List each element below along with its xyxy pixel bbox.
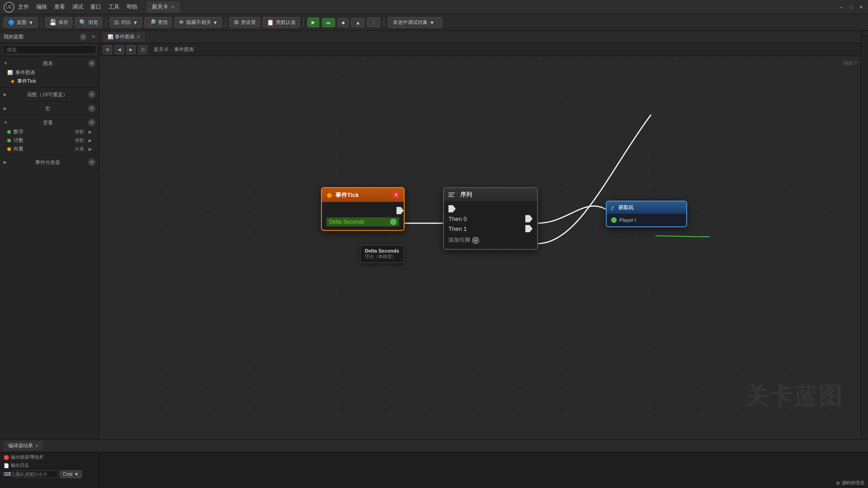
chevron-right-icon5: ▶ [89,147,92,151]
bottom-sidebar: 🔴 输出错误/警告栏 📄 输出日志 ⌨ Cmd ▼ [0,452,99,488]
sidebar-add-button[interactable]: + [80,33,87,41]
sidebar-search-input[interactable] [3,45,96,54]
green-dot-icon2 [7,139,11,142]
sidebar-variables-header[interactable]: ▼ 变量 + [0,117,99,127]
tick-close-button[interactable]: ✕ [393,192,399,198]
seq-exec-in-pin[interactable] [448,205,456,212]
player-label: Player I [619,217,636,223]
add-macro-button[interactable]: + [88,105,95,112]
console-input[interactable] [13,470,58,478]
back-button[interactable]: ◀ [115,45,124,54]
blueprint-menu-button[interactable]: 🔷 蓝图 ▼ [4,17,38,28]
sidebar-close-button[interactable]: ✕ [91,34,95,40]
defaults-button[interactable]: 📋 类默认值 [263,17,300,28]
delta-seconds-pin[interactable] [390,219,396,225]
sidebar-item-vector[interactable]: 向量 向量 ▶ [0,145,99,153]
content-tabbar: 📊 事件图表 ✕ [99,31,861,43]
sidebar-macros-header[interactable]: ▶ 宏 + [0,103,99,113]
variables-label: 变量 [43,119,53,126]
sidebar-section-functions: ▶ 函数（19可覆盖） + [0,88,99,102]
menu-help[interactable]: 帮助 [127,3,137,11]
settings-button[interactable]: ⚙ 类设置 [230,17,260,28]
forward-button[interactable]: ▶ [127,45,136,54]
sidebar-item-event-graph[interactable]: 📊 事件图表 [0,68,99,77]
compare-button[interactable]: ⚖ 对比 ▼ [110,17,142,28]
sequence-title: 序列 [460,191,472,199]
hide-dropdown-icon: ▼ [213,20,218,25]
tick-exec-out-pin[interactable] [396,207,404,214]
chevron-right-icon2: ▶ [4,106,7,111]
add-graph-button[interactable]: + [88,60,95,67]
menu-debug[interactable]: 调试 [72,3,83,11]
sidebar-section-macros: ▶ 宏 + [0,102,99,116]
menu-window[interactable]: 窗口 [90,3,101,11]
sidebar-item-number[interactable]: 数字 整数 ▶ [0,127,99,136]
event-tick-title: 事件Tick [335,191,359,199]
then1-label: Then 1 [448,225,467,232]
compiler-results-label: 编译器结果 [8,442,33,449]
close-button[interactable]: ✕ [858,4,864,10]
menu-file[interactable]: 文件 [18,3,29,11]
main-tab[interactable]: 新关卡 ✕ [146,1,180,13]
find-button[interactable]: 🔎 查找 [145,17,172,28]
play-button[interactable]: ▶ [307,18,319,27]
graph-icon: 📊 [7,70,13,75]
minimize-button[interactable]: ─ [838,4,844,10]
sep3 [226,18,226,27]
get-player-node[interactable]: ƒ 获取玩 Player I [606,201,687,227]
sidebar-dispatchers-header[interactable]: ▶ 事件分发器 + [0,157,99,167]
hide-icon: 👁 [179,19,184,26]
var-vector-label: 向量 [14,145,24,152]
play-next-button[interactable]: ⏭ [322,18,335,27]
sidebar-functions-header[interactable]: ▶ 函数（19可覆盖） + [0,89,99,99]
save-button[interactable]: 💾 保存 [45,17,72,28]
add-variable-button[interactable]: + [88,119,95,126]
cmd-dropdown[interactable]: Cmd ▼ [60,470,82,478]
browse-icon: 🔍 [79,19,86,26]
more-button[interactable]: ⋮ [367,18,380,27]
event-graph-tab[interactable]: 📊 事件图表 ✕ [103,32,145,42]
home-button[interactable]: ⊡ [138,45,147,54]
debug-target-button[interactable]: 未选中调试对象 ▼ [388,17,442,28]
blueprint-canvas[interactable]: 缩放:7 关卡蓝图 ◆ 事件Tick ✕ [99,56,861,439]
hide-unrelated-button[interactable]: 👁 隐藏不相关 ▼ [175,17,222,28]
right-panel [861,31,868,439]
menu-edit[interactable]: 编辑 [36,3,47,11]
sidebar-item-count[interactable]: 计数 整数 ▶ [0,136,99,145]
menu-view[interactable]: 查看 [54,3,65,11]
event-graph-tab-close[interactable]: ✕ [137,34,140,39]
source-control-button[interactable]: ⚙ 源码管理员 [836,480,864,486]
tick-exec-row [326,206,399,216]
error-log-button[interactable]: 🔴 输出错误/警告栏 [4,454,95,460]
then1-exec-pin[interactable] [525,225,533,232]
app-logo: UE [4,2,14,13]
sidebar-item-event-tick[interactable]: ◆ 事件Tick [0,77,99,85]
add-function-button[interactable]: + [88,91,95,98]
defaults-icon: 📋 [267,19,274,26]
add-pin-button[interactable]: 添加引脚 + [448,235,533,245]
event-tick-node[interactable]: ◆ 事件Tick ✕ Delta Seconds [321,187,405,231]
maximize-button[interactable]: □ [848,4,854,10]
output-log-label: 输出日志 [11,462,29,469]
hide-label: 隐藏不相关 [186,19,211,26]
blueprint-dropdown-icon: ▼ [28,20,33,25]
grid-view-button[interactable]: ⊞ [103,45,112,54]
sidebar-graphs-header[interactable]: ▼ 图表 + [0,58,99,68]
then0-exec-pin[interactable] [525,215,533,222]
pause-button[interactable]: ▲ [351,18,364,27]
cmd-label: Cmd [63,472,72,477]
output-log-button[interactable]: 📄 输出日志 [4,462,95,469]
add-dispatcher-button[interactable]: + [88,159,95,166]
save-icon: 💾 [49,19,57,26]
compiler-results-tab[interactable]: 编译器结果 ✕ [4,441,43,450]
tab-label: 新关卡 [152,3,168,11]
menu-tools[interactable]: 工具 [108,3,119,11]
tab-close-button[interactable]: ✕ [171,5,175,9]
browse-button[interactable]: 🔍 浏览 [75,17,102,28]
stop-button[interactable]: ■ [338,18,349,27]
add-pin-circle-icon[interactable]: + [472,237,479,244]
sequence-node[interactable]: 序列 Then 0 Then 1 [443,187,538,250]
compiler-results-close[interactable]: ✕ [35,443,38,448]
menu-bar[interactable]: 文件 编辑 查看 调试 窗口 工具 帮助 [18,3,137,11]
player-data-pin[interactable] [611,217,617,223]
